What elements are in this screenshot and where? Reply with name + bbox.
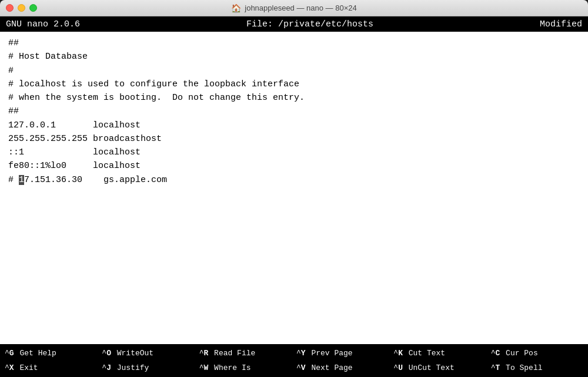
key-nextpage: ^V	[296, 363, 306, 372]
footer-item-writeout[interactable]: ^O WriteOut	[99, 346, 196, 361]
key-cuttext: ^K	[393, 349, 403, 358]
footer-item-uncuttext[interactable]: ^U UnCut Text	[391, 361, 488, 375]
maximize-button[interactable]	[29, 4, 37, 12]
key-writeout: ^O	[102, 349, 111, 358]
footer-item-cuttext[interactable]: ^K Cut Text	[391, 346, 488, 361]
nano-modified: Modified	[540, 19, 582, 29]
key-uncuttext: ^U	[393, 363, 403, 372]
label-prevpage: Prev Page	[307, 349, 353, 358]
footer-item-exit[interactable]: ^X Exit	[2, 361, 99, 375]
title-bar-text: 🏠 johnappleseed — nano — 80×24	[231, 4, 356, 13]
footer-item-readfile[interactable]: ^R Read File	[197, 346, 294, 361]
key-readfile: ^R	[199, 349, 209, 358]
key-curpos: ^C	[491, 349, 500, 358]
label-curpos: Cur Pos	[501, 349, 537, 358]
title-text: johnappleseed — nano — 80×24	[245, 4, 356, 12]
nano-filename: File: /private/etc/hosts	[246, 19, 373, 29]
label-justify: Justify	[112, 363, 149, 372]
close-button[interactable]	[6, 4, 14, 12]
label-readfile: Read File	[209, 349, 255, 358]
key-prevpage: ^Y	[296, 349, 306, 358]
label-writeout: WriteOut	[112, 349, 153, 358]
title-bar: 🏠 johnappleseed — nano — 80×24	[0, 0, 588, 16]
traffic-lights[interactable]	[6, 4, 37, 12]
nano-header: GNU nano 2.0.6 File: /private/etc/hosts …	[0, 16, 588, 32]
footer-item-gethelp[interactable]: ^G Get Help	[2, 346, 99, 361]
terminal-window: GNU nano 2.0.6 File: /private/etc/hosts …	[0, 16, 588, 377]
label-uncuttext: UnCut Text	[404, 363, 455, 372]
footer-item-curpos[interactable]: ^C Cur Pos	[489, 346, 586, 361]
home-icon: 🏠	[231, 4, 241, 13]
key-justify: ^J	[102, 363, 111, 372]
key-whereis: ^W	[199, 363, 209, 372]
label-tospell: To Spell	[501, 363, 542, 372]
label-gethelp: Get Help	[15, 349, 56, 358]
footer-item-whereis[interactable]: ^W Where Is	[197, 361, 294, 375]
label-whereis: Where Is	[209, 363, 250, 372]
label-nextpage: Next Page	[307, 363, 353, 372]
label-cuttext: Cut Text	[404, 349, 445, 358]
label-exit: Exit	[15, 363, 38, 372]
editor-text: ## # Host Database # # localhost is used…	[8, 36, 580, 187]
footer-item-nextpage[interactable]: ^V Next Page	[294, 361, 391, 375]
key-tospell: ^T	[491, 363, 500, 372]
footer-item-tospell[interactable]: ^T To Spell	[489, 361, 586, 375]
nano-version: GNU nano 2.0.6	[6, 19, 80, 29]
key-gethelp: ^G	[5, 349, 14, 358]
footer-item-prevpage[interactable]: ^Y Prev Page	[294, 346, 391, 361]
cursor: 1	[19, 175, 24, 185]
nano-footer: ^G Get Help ^O WriteOut ^R Read File ^Y …	[0, 344, 588, 377]
minimize-button[interactable]	[18, 4, 25, 12]
editor-content[interactable]: ## # Host Database # # localhost is used…	[0, 32, 588, 344]
key-exit: ^X	[5, 363, 14, 372]
footer-item-justify[interactable]: ^J Justify	[99, 361, 196, 375]
